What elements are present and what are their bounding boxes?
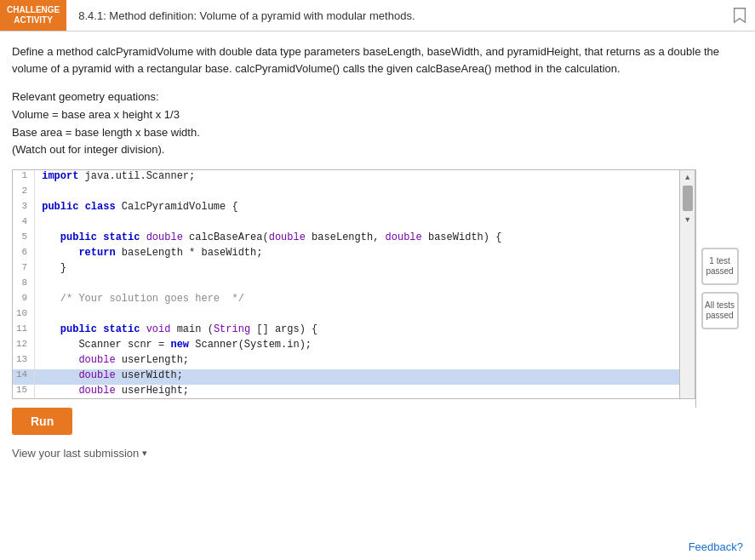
feedback-link[interactable]: Feedback? xyxy=(689,540,743,553)
header: CHALLENGE ACTIVITY 8.4.1: Method definit… xyxy=(0,0,755,31)
table-row: 3public class CalcPyramidVolume { xyxy=(13,201,679,216)
geometry-line2: Base area = base length x base width. xyxy=(12,124,743,142)
table-row: 5 public static double calcBaseArea(doub… xyxy=(13,231,679,247)
feedback-bar: Feedback? xyxy=(689,540,743,553)
line-number: 9 xyxy=(13,293,35,308)
geometry-title: Relevant geometry equations: xyxy=(12,89,743,106)
line-number: 12 xyxy=(13,339,35,354)
code-line[interactable]: } xyxy=(35,262,679,277)
table-row: 7 } xyxy=(13,262,679,277)
code-editor[interactable]: 1import java.util.Scanner;23public class… xyxy=(12,169,695,399)
line-number: 3 xyxy=(13,201,35,216)
code-line[interactable]: public class CalcPyramidVolume { xyxy=(35,201,679,216)
code-line[interactable]: return baseLength * baseWidth; xyxy=(35,247,679,262)
line-number: 14 xyxy=(13,369,35,385)
editor-wrapper: 1import java.util.Scanner;23public class… xyxy=(12,169,743,408)
run-button[interactable]: Run xyxy=(12,408,72,435)
code-line[interactable]: double userLength; xyxy=(35,354,679,369)
line-number: 10 xyxy=(13,308,35,323)
test-1-label: 1 test passed xyxy=(706,256,733,277)
test-badge-all: All tests passed xyxy=(701,292,739,329)
code-line[interactable]: import java.util.Scanner; xyxy=(35,170,679,186)
table-row: 8 xyxy=(13,277,679,293)
code-line[interactable]: public static double calcBaseArea(double… xyxy=(35,231,679,247)
line-number: 7 xyxy=(13,262,35,277)
code-line[interactable]: double userWidth; xyxy=(35,369,679,385)
line-number: 5 xyxy=(13,231,35,247)
code-line[interactable] xyxy=(35,216,679,231)
code-line[interactable]: double userHeight; xyxy=(35,385,679,398)
table-row: 13 double userLength; xyxy=(13,354,679,369)
problem-description: Define a method calcPyramidVolume with d… xyxy=(12,43,743,77)
bookmark-icon xyxy=(724,0,755,31)
line-number: 1 xyxy=(13,170,35,186)
table-row: 6 return baseLength * baseWidth; xyxy=(13,247,679,262)
code-area[interactable]: 1import java.util.Scanner;23public class… xyxy=(13,170,679,398)
line-number: 11 xyxy=(13,323,35,339)
table-row: 11 public static void main (String [] ar… xyxy=(13,323,679,339)
scroll-thumb[interactable] xyxy=(683,186,693,211)
header-title: 8.4.1: Method definition: Volume of a py… xyxy=(66,0,724,31)
main-content: Define a method calcPyramidVolume with d… xyxy=(0,31,755,471)
test-badge-1: 1 test passed xyxy=(701,248,739,285)
view-submission-label: View your last submission xyxy=(12,447,139,460)
badge-line2: ACTIVITY xyxy=(14,15,53,26)
code-line[interactable]: /* Your solution goes here */ xyxy=(35,293,679,308)
line-number: 4 xyxy=(13,216,35,231)
table-row: 12 Scanner scnr = new Scanner(System.in)… xyxy=(13,339,679,354)
table-row: 4 xyxy=(13,216,679,231)
challenge-badge: CHALLENGE ACTIVITY xyxy=(0,0,66,31)
scroll-up-arrow[interactable]: ▲ xyxy=(681,170,695,184)
table-row: 1import java.util.Scanner; xyxy=(13,170,679,186)
table-row: 10 xyxy=(13,308,679,323)
code-line[interactable] xyxy=(35,308,679,323)
table-row: 14 double userWidth; xyxy=(13,369,679,385)
test-results-panel: 1 test passed All tests passed xyxy=(695,169,743,408)
line-number: 2 xyxy=(13,186,35,201)
table-row: 9 /* Your solution goes here */ xyxy=(13,293,679,308)
geometry-section: Relevant geometry equations: Volume = ba… xyxy=(12,89,743,159)
badge-line1: CHALLENGE xyxy=(7,5,60,15)
geometry-line1: Volume = base area x height x 1/3 xyxy=(12,106,743,124)
test-all-label: All tests passed xyxy=(705,300,735,321)
line-number: 15 xyxy=(13,385,35,398)
code-table: 1import java.util.Scanner;23public class… xyxy=(13,170,679,398)
chevron-down-icon: ▾ xyxy=(142,448,147,459)
line-number: 13 xyxy=(13,354,35,369)
table-row: 2 xyxy=(13,186,679,201)
geometry-line3: (Watch out for integer division). xyxy=(12,141,743,159)
code-line[interactable]: public static void main (String [] args)… xyxy=(35,323,679,339)
code-line[interactable]: Scanner scnr = new Scanner(System.in); xyxy=(35,339,679,354)
editor-scrollbar[interactable]: ▲ ▼ xyxy=(679,170,695,398)
view-submission[interactable]: View your last submission ▾ xyxy=(12,443,743,463)
code-line[interactable] xyxy=(35,277,679,293)
scroll-down-arrow[interactable]: ▼ xyxy=(681,213,695,226)
line-number: 6 xyxy=(13,247,35,262)
code-line[interactable] xyxy=(35,186,679,201)
table-row: 15 double userHeight; xyxy=(13,385,679,398)
line-number: 8 xyxy=(13,277,35,293)
